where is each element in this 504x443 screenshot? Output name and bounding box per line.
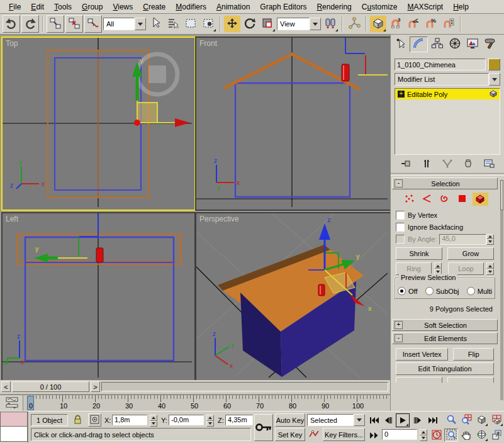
use-pivot-center-button[interactable] [322, 16, 339, 32]
menu-animation[interactable]: Animation [211, 1, 255, 13]
make-unique-button[interactable] [442, 159, 453, 169]
polygon-mode-button[interactable] [455, 193, 471, 206]
redo-button[interactable] [21, 15, 39, 33]
select-by-name-button[interactable] [165, 16, 181, 32]
y-spinner[interactable] [206, 415, 214, 427]
ring-spinner[interactable] [434, 262, 442, 275]
ignore-backfacing-checkbox[interactable] [396, 223, 405, 232]
select-and-move-button[interactable] [224, 16, 240, 32]
x-spinner[interactable] [150, 415, 157, 427]
show-end-result-button[interactable] [421, 159, 432, 169]
edit-triangulation-button[interactable]: Edit Triangulation [396, 362, 494, 375]
object-color-swatch[interactable] [488, 59, 500, 70]
edge-mode-button[interactable] [420, 193, 435, 206]
listener-macro-line[interactable] [0, 412, 28, 427]
selection-filter-dropdown[interactable]: All [103, 18, 146, 30]
go-to-end-button[interactable] [427, 415, 439, 426]
viewport-left[interactable]: y z y x Left [1, 212, 196, 381]
viewport-perspective[interactable]: z y x z y x Perspective [195, 212, 391, 381]
remove-modifier-button[interactable] [462, 159, 474, 169]
modifier-stack[interactable]: + Editable Poly [395, 88, 500, 155]
menu-maxscript[interactable]: MAXScript [403, 1, 449, 13]
window-crossing-toggle-button[interactable] [200, 16, 216, 32]
viewport-top-label[interactable]: Top [6, 39, 18, 48]
viewport-perspective-label[interactable]: Perspective [199, 215, 239, 223]
percent-snap-button[interactable]: % [423, 16, 439, 32]
collapse-icon[interactable]: - [395, 334, 403, 342]
by-angle-checkbox[interactable] [396, 235, 405, 244]
menu-customize[interactable]: Customize [357, 1, 403, 13]
go-to-start-button[interactable] [368, 415, 380, 426]
modifier-list-arrow[interactable] [489, 73, 500, 86]
spinner-snap-button[interactable] [440, 16, 457, 32]
tab-modify[interactable] [410, 36, 428, 52]
shrink-button[interactable]: Shrink [396, 247, 442, 260]
pin-stack-button[interactable] [400, 159, 412, 169]
flip-button[interactable]: Flip [453, 348, 494, 361]
tab-motion[interactable] [446, 36, 463, 51]
menu-modifiers[interactable]: Modifiers [171, 1, 211, 13]
zoom-extents-all-button[interactable] [490, 413, 503, 427]
collapse-icon[interactable]: - [395, 179, 403, 188]
current-frame-field[interactable]: 0 [382, 429, 417, 440]
zoom-extents-button[interactable] [474, 413, 488, 427]
radio-multi[interactable] [467, 287, 475, 295]
snaps-toggle-button[interactable] [370, 16, 386, 32]
by-angle-field[interactable]: 45,0 [439, 234, 486, 245]
select-and-manipulate-button[interactable] [346, 16, 362, 32]
expand-icon[interactable]: + [395, 321, 403, 329]
by-vertex-row[interactable]: By Vertex [396, 210, 494, 221]
edit-elements-rollout-header[interactable]: - Edit Elements [392, 332, 498, 344]
preview-multi-option[interactable]: Multi [467, 287, 492, 295]
coordinate-dropdown-arrow[interactable] [310, 18, 321, 30]
selection-lock-toggle[interactable] [71, 413, 84, 427]
next-frame-button[interactable] [412, 415, 423, 426]
soft-selection-rollout-header[interactable]: + Soft Selection [392, 319, 498, 331]
menu-views[interactable]: Views [108, 1, 138, 13]
angle-snap-button[interactable] [405, 16, 422, 32]
vertex-mode-button[interactable] [402, 193, 418, 206]
listener-script-line[interactable] [0, 427, 28, 442]
viewport-front-label[interactable]: Front [199, 39, 217, 48]
absolute-offset-toggle[interactable] [88, 413, 101, 427]
set-key-button[interactable]: Set Key [275, 428, 305, 441]
loop-spinner[interactable] [486, 262, 494, 275]
zoom-all-button[interactable] [459, 413, 473, 427]
undo-button[interactable] [3, 15, 20, 33]
selection-set-arrow[interactable] [354, 414, 365, 426]
maxscript-mini-listener[interactable] [0, 412, 28, 443]
previous-frame-button[interactable] [382, 415, 394, 426]
region-zoom-button[interactable] [444, 429, 458, 442]
arc-rotate-button[interactable] [474, 429, 488, 442]
unlink-selection-button[interactable] [65, 15, 83, 33]
partial-button[interactable] [447, 377, 494, 383]
element-mode-button[interactable] [473, 193, 488, 206]
ignore-backfacing-row[interactable]: Ignore Backfacing [396, 222, 494, 233]
menu-tools[interactable]: Tools [49, 1, 77, 13]
tab-create[interactable] [392, 36, 409, 51]
key-mode-toggle-button[interactable] [368, 430, 380, 441]
auto-key-button[interactable]: Auto Key [275, 413, 305, 427]
play-animation-button[interactable] [396, 413, 410, 427]
reference-coordinate-dropdown[interactable]: View [277, 18, 321, 30]
open-mini-curve-editor-button[interactable] [4, 396, 20, 410]
x-coordinate-field[interactable]: 1,8m [112, 415, 147, 425]
menu-file[interactable]: File [4, 1, 26, 13]
bind-to-space-warp-button[interactable] [84, 15, 102, 33]
partial-button[interactable] [396, 377, 442, 383]
rectangular-selection-region-button[interactable] [182, 16, 199, 32]
tab-display[interactable] [464, 36, 481, 51]
z-coordinate-field[interactable]: 4,35m [225, 415, 253, 425]
menu-group[interactable]: Group [77, 1, 108, 13]
frame-spinner[interactable] [420, 429, 427, 441]
time-slider-track[interactable] [101, 382, 388, 391]
menu-graph-editors[interactable]: Graph Editors [255, 1, 311, 13]
select-and-rotate-button[interactable] [242, 16, 258, 32]
y-coordinate-field[interactable]: -0,0m [169, 415, 204, 425]
menu-create[interactable]: Create [138, 1, 171, 13]
selection-rollout-header[interactable]: - Selection [392, 177, 498, 189]
border-mode-button[interactable] [437, 193, 453, 206]
preview-off-option[interactable]: Off [398, 287, 417, 295]
min-max-toggle-button[interactable] [490, 429, 503, 442]
key-filters-button[interactable]: Key Filters... [323, 428, 365, 441]
